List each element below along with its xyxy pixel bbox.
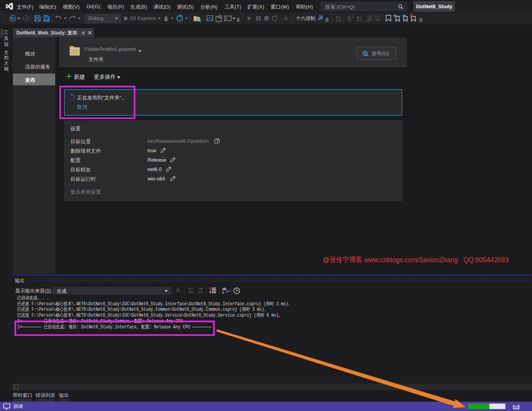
svg-text:IIS Express: IIS Express bbox=[130, 15, 156, 21]
svg-text:c: c bbox=[222, 290, 224, 294]
svg-text:十六进制: 十六进制 bbox=[296, 16, 315, 21]
svg-text:Debug: Debug bbox=[88, 15, 103, 21]
